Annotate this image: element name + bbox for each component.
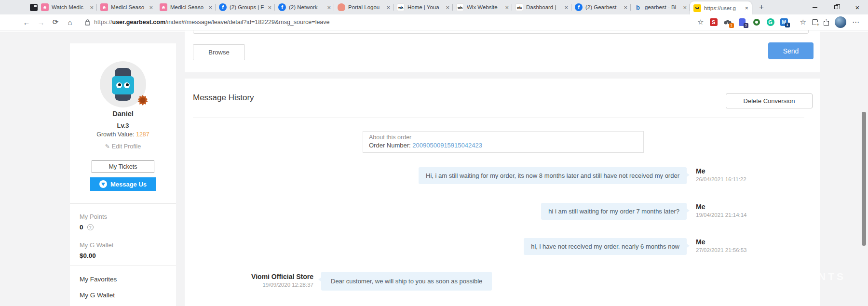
message-bubble: hi i am still waiting for my order 7 mon… [541, 203, 687, 220]
favorites-list-icon[interactable]: ☆ [800, 18, 806, 27]
message-us-button[interactable]: Message Us [90, 177, 156, 191]
tab-medici-season-1[interactable]: e Medici Seaso × [97, 0, 156, 14]
minimize-button[interactable] [804, 0, 826, 14]
s-extension-icon[interactable]: S [710, 18, 718, 26]
tab-close-icon[interactable]: × [683, 4, 687, 11]
tab-wix-dashboard[interactable]: wix Dashboard | × [512, 0, 571, 14]
tab-gearbest-user-active[interactable]: https://user.g × [690, 1, 752, 14]
send-button[interactable]: Send [768, 42, 814, 59]
tab-title: Wix Website [467, 4, 502, 10]
extension-badge: 1 [729, 23, 734, 28]
e-site-favicon-icon: e [100, 3, 108, 11]
g-wallet-value: $0.00 [80, 252, 96, 259]
tab-facebook-gearbest[interactable]: f (2) Gearbest × [571, 0, 631, 14]
ring-glyph [753, 19, 760, 26]
share-icon[interactable] [824, 21, 829, 26]
forward-button[interactable]: → [34, 18, 48, 27]
growth-number: 1287 [136, 131, 149, 138]
tab-close-icon[interactable]: × [386, 4, 390, 11]
grammarly-extension-icon[interactable]: G [767, 18, 774, 26]
settings-more-icon[interactable]: ⋯ [852, 18, 859, 27]
restore-button[interactable] [826, 0, 847, 14]
order-number-row: Order Number: 20090500915915042423 [369, 142, 637, 149]
profile-name: Daniel [70, 110, 176, 118]
tab-close-icon[interactable]: × [327, 4, 331, 11]
message-row: hi i am still waiting for my order 7 mon… [185, 203, 820, 225]
tab-medici-season-2[interactable]: e Medici Seaso × [156, 0, 216, 14]
browse-button[interactable]: Browse [193, 44, 245, 60]
watch-eye [116, 82, 122, 88]
edit-profile-link[interactable]: ✎Edit Profile [70, 143, 176, 150]
wix-favicon-icon: wix [397, 3, 405, 11]
tab-title: Portal Logou [348, 4, 383, 10]
tab-close-icon[interactable]: × [149, 4, 153, 11]
tab-close-icon[interactable]: × [745, 5, 748, 11]
tab-close-icon[interactable]: × [505, 4, 509, 11]
tab-facebook-groups[interactable]: f (2) Groups | F × [216, 0, 275, 14]
wix-favicon-icon: wix [515, 3, 523, 11]
delete-conversion-button[interactable]: Delete Conversion [726, 93, 813, 108]
tab-title: (2) Gearbest [585, 4, 621, 10]
order-number-link[interactable]: 20090500915915042423 [412, 142, 482, 149]
message-row: Viomi Official Store 19/09/2020 12:28:37… [185, 272, 820, 294]
tab-title: Dashboard | [526, 4, 561, 10]
pencil-icon: ✎ [105, 143, 110, 150]
back-button[interactable]: ← [19, 18, 34, 27]
my-tickets-button[interactable]: My Tickets [92, 160, 154, 173]
tab-close-icon[interactable]: × [446, 4, 449, 11]
url-path: /index#/message/leave/detail?id=182229&m… [165, 19, 330, 26]
home-button[interactable]: ⌂ [63, 18, 77, 27]
ring-extension-icon[interactable] [752, 18, 761, 27]
message-history-section: Message History Delete Conversion About … [185, 79, 820, 306]
messenger-icon [99, 180, 107, 188]
e-site-favicon-icon: e [160, 3, 167, 11]
gearbest-favicon-icon [693, 4, 701, 12]
help-icon[interactable]: ? [87, 224, 94, 230]
tab-close-icon[interactable]: × [208, 4, 212, 11]
sidebar-item-my-g-wallet[interactable]: My G Wallet [80, 292, 115, 299]
m-extension-icon[interactable]: M 1 [780, 18, 788, 26]
restore-icon [834, 5, 838, 9]
ghost-extension-icon[interactable]: 3 [738, 18, 746, 27]
collections-icon[interactable] [812, 19, 818, 25]
close-window-button[interactable]: × [847, 0, 868, 14]
window-controls: × [804, 0, 868, 14]
tab-watch-medic[interactable]: e Watch Medic × [38, 0, 97, 14]
url-text: https://user.gearbest.com/index#/message… [94, 19, 330, 26]
page-scrollbar[interactable] [862, 112, 866, 246]
message-row: Hi, i am still waiting for my order, its… [185, 167, 820, 189]
facebook-favicon-icon: f [219, 3, 227, 11]
address-bar[interactable]: https://user.gearbest.com/index#/message… [82, 16, 697, 28]
growth-label: Growth Value: [96, 131, 136, 138]
tab-title: (2) Network [289, 4, 324, 10]
tab-bing-gearbest[interactable]: b gearbest - Bi × [631, 0, 690, 14]
add-favorite-star-icon[interactable]: ☆ [697, 18, 704, 27]
tab-wix-website[interactable]: wix Wix Website × [453, 0, 512, 14]
sidebar-item-my-favorites[interactable]: My Favorites [80, 276, 117, 283]
e-site-favicon-icon: e [41, 3, 49, 11]
toolbar-right-icons: ☆ S 1 3 G M 1 ☆ ⋯ [697, 16, 868, 28]
my-points-value: 0? [80, 224, 94, 231]
points-number: 0 [80, 224, 83, 231]
order-info-box: About this order Order Number: 200905009… [363, 131, 644, 153]
tab-close-icon[interactable]: × [624, 4, 627, 11]
tab-close-icon[interactable]: × [268, 4, 271, 11]
tab-close-icon[interactable]: × [90, 4, 94, 11]
refresh-button[interactable]: ⟳ [48, 18, 63, 27]
new-tab-button[interactable]: + [755, 0, 768, 14]
g-wallet-label: My G Wallet [80, 241, 113, 249]
tab-close-icon[interactable]: × [564, 4, 568, 11]
profile-level: Lv.3 [70, 122, 176, 129]
binoculars-extension-icon[interactable]: 1 [723, 18, 732, 27]
tab-portal-logout[interactable]: Portal Logou × [334, 0, 393, 14]
watch-eye [124, 82, 130, 88]
tab-facebook-network[interactable]: f (2) Network × [275, 0, 334, 14]
page-content: Daniel Lv.3 Growth Value: 1287 ✎Edit Pro… [0, 30, 868, 306]
tab-title: Medici Seaso [111, 4, 146, 10]
tab-wix-home[interactable]: wix Home | Youa × [393, 0, 453, 14]
lock-icon [85, 19, 90, 26]
profile-avatar[interactable] [835, 16, 846, 28]
tab-actions-icon[interactable] [30, 4, 38, 11]
watch-avatar-face [112, 76, 134, 94]
message-sender: Me [696, 203, 773, 211]
